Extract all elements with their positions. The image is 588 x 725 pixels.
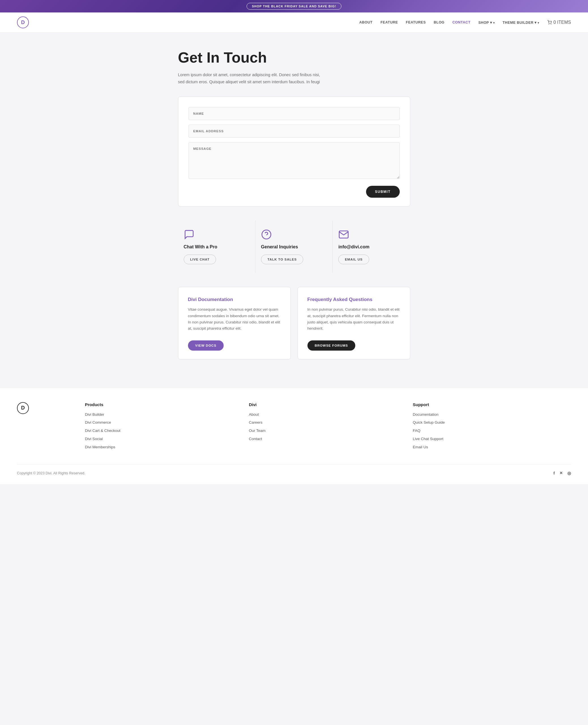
email-card-title: info@divi.com [338,244,404,249]
footer-link-quick-setup[interactable]: Quick Setup Guide [413,420,571,426]
banner-link[interactable]: SHOP THE BLACK FRIDAY SALE AND SAVE BIG! [247,3,342,9]
form-submit-area: SUBMIT [189,186,400,198]
hero-section: Get In Touch Lorem ipsum dolor sit amet,… [178,49,410,85]
faq-card-title: Frequently Asked Questions [308,297,400,303]
email-input[interactable] [189,125,400,138]
email-field-wrapper [189,125,400,138]
footer-link-careers[interactable]: Careers [249,420,407,426]
footer-link-our-team[interactable]: Our Team [249,428,407,434]
footer-link-divi-social[interactable]: Divi Social [85,436,243,442]
message-field-wrapper [189,142,400,180]
footer-support-col: Support Documentation Quick Setup Guide … [413,402,571,453]
cart[interactable]: 0 ITEMS [547,20,571,25]
footer-divi-title: Divi [249,402,407,407]
top-banner: SHOP THE BLACK FRIDAY SALE AND SAVE BIG! [0,0,588,13]
footer-logo-area: D [17,402,79,453]
svg-point-1 [551,24,551,24]
inquiries-card-title: General Inquiries [261,244,327,249]
view-docs-button[interactable]: VIEW DOCS [188,340,224,351]
inquiries-card: General Inquiries TALK TO SALES [255,221,333,273]
documentation-card: Divi Documentation Vitae consequat augue… [178,287,291,359]
footer-link-email-us[interactable]: Email Us [413,444,571,450]
email-us-button[interactable]: EMAIL US [338,255,369,264]
footer-link-live-chat[interactable]: Live Chat Support [413,436,571,442]
footer-link-divi-builder[interactable]: Divi Builder [85,412,243,417]
chat-icon [184,229,194,240]
footer-products-col: Products Divi Builder Divi Commerce Divi… [85,402,243,453]
contact-form: SUBMIT [178,97,410,206]
nav-blog[interactable]: BLOG [434,20,444,24]
main-nav: ABOUT FEATURE FEATURES BLOG CONTACT SHOP… [359,20,571,25]
faq-card-description: In non pulvinar purus. Curabitur nisi od… [308,306,400,332]
twitter-x-link[interactable]: ✕ [560,471,563,476]
contact-cards: Chat With a Pro LIVE CHAT General Inquir… [178,221,410,273]
footer-link-about[interactable]: About [249,412,407,417]
header: D ABOUT FEATURE FEATURES BLOG CONTACT SH… [0,13,588,33]
footer-link-faq[interactable]: FAQ [413,428,571,434]
instagram-link[interactable]: ◎ [567,471,571,476]
cart-count: 0 ITEMS [553,20,571,25]
logo[interactable]: D [17,16,29,28]
copyright: Copyright © 2023 Divi. All Rights Reserv… [17,471,85,475]
nav-features[interactable]: FEATURES [406,20,426,24]
nav-feature[interactable]: FEATURE [380,20,398,24]
nav-contact[interactable]: CONTACT [453,20,470,24]
footer-logo: D [17,402,29,414]
name-input[interactable] [189,107,400,120]
svg-point-2 [262,230,271,239]
nav-shop[interactable]: SHOP ▾ [479,20,495,25]
footer: D Products Divi Builder Divi Commerce Di… [0,388,588,484]
email-icon [338,229,349,240]
facebook-link[interactable]: f [553,471,555,476]
chat-card-title: Chat With a Pro [184,244,249,249]
doc-cards: Divi Documentation Vitae consequat augue… [178,287,410,359]
footer-bottom: Copyright © 2023 Divi. All Rights Reserv… [17,464,571,476]
hero-description: Lorem ipsum dolor sit amet, consectetur … [178,71,325,85]
footer-link-contact[interactable]: Contact [249,436,407,442]
social-links: f ✕ ◎ [553,471,571,476]
message-input[interactable] [189,142,400,179]
footer-support-title: Support [413,402,571,407]
main-content: Get In Touch Lorem ipsum dolor sit amet,… [172,33,416,388]
footer-link-divi-memberships[interactable]: Divi Memberships [85,444,243,450]
footer-divi-col: Divi About Careers Our Team Contact [249,402,407,453]
talk-to-sales-button[interactable]: TALK TO SALES [261,255,303,264]
footer-top: D Products Divi Builder Divi Commerce Di… [17,402,571,453]
footer-link-divi-commerce[interactable]: Divi Commerce [85,420,243,426]
browse-forums-button[interactable]: BROWSE FORUMS [308,340,356,351]
svg-point-0 [549,24,549,24]
name-field-wrapper [189,107,400,120]
footer-products-title: Products [85,402,243,407]
submit-button[interactable]: SUBMIT [366,186,400,198]
question-icon [261,229,272,240]
email-card: info@divi.com EMAIL US [333,221,410,273]
chat-card: Chat With a Pro LIVE CHAT [178,221,255,273]
docs-card-title: Divi Documentation [188,297,281,303]
footer-link-documentation[interactable]: Documentation [413,412,571,417]
live-chat-button[interactable]: LIVE CHAT [184,255,216,264]
nav-theme-builder[interactable]: THEME BUILDER ▾ [503,20,539,25]
page-title: Get In Touch [178,49,410,66]
footer-link-divi-cart[interactable]: Divi Cart & Checkout [85,428,243,434]
faq-card: Frequently Asked Questions In non pulvin… [297,287,410,359]
nav-about[interactable]: ABOUT [359,20,373,24]
docs-card-description: Vitae consequat augue. Vivamus eget dolo… [188,306,281,332]
